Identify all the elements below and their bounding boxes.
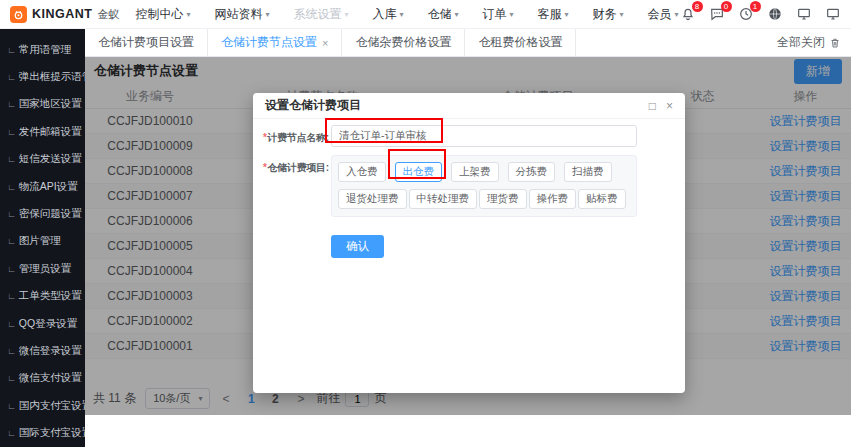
sidebar-item[interactable]: ∟ 物流API设置	[0, 173, 85, 200]
chevron-down-icon: ▾	[510, 10, 514, 19]
main-menu: 控制中心 ▾ 网站资料 ▾ 系统设置 ▾ 入库 ▾ 仓储 ▾ 订单 ▾ 客服 ▾…	[135, 6, 678, 23]
chevron-down-icon: ▾	[344, 10, 348, 19]
tree-branch-icon: ∟	[7, 209, 16, 219]
globe-icon[interactable]	[766, 5, 784, 23]
menu-item[interactable]: 客服 ▾	[538, 6, 569, 23]
fee-project-row: *仓储计费项目: 入仓费出仓费上架费分拣费扫描费 退货处理费中转处理费理货费操作…	[263, 155, 675, 217]
confirm-button[interactable]: 确认	[331, 235, 384, 258]
fee-row-2: 退货处理费中转处理费理货费操作费贴标费	[338, 189, 636, 209]
maximize-icon[interactable]: □	[649, 100, 656, 112]
tab-misc-fee-prices[interactable]: 仓储杂费价格设置	[342, 29, 465, 56]
monitor-icon-2[interactable]	[824, 5, 842, 23]
tree-branch-icon: ∟	[7, 346, 16, 356]
sidebar-item[interactable]: ∟ 发件邮箱设置	[0, 118, 85, 145]
chevron-down-icon: ▾	[620, 10, 624, 19]
sidebar-item[interactable]: ∟ 国际支付宝设置	[0, 419, 85, 446]
fee-type-button[interactable]: 上架费	[451, 162, 499, 182]
sidebar-item[interactable]: ∟ 微信支付设置	[0, 365, 85, 392]
set-fee-items-dialog: 设置仓储计费项目 □ × *计费节点名称: *仓储计费项目: 入仓费出仓费上架费…	[253, 93, 685, 393]
brand-name: KINGANT	[32, 7, 92, 21]
fee-type-button[interactable]: 入仓费	[338, 162, 386, 182]
close-all-tabs-button[interactable]: 全部关闭	[777, 29, 851, 56]
dialog-header: 设置仓储计费项目 □ ×	[253, 93, 685, 119]
dialog-body: *计费节点名称: *仓储计费项目: 入仓费出仓费上架费分拣费扫描费 退货处理费中…	[253, 119, 685, 264]
tree-branch-icon: ∟	[7, 72, 16, 82]
menu-item[interactable]: 会员 ▾	[648, 6, 679, 23]
sidebar-item[interactable]: ∟ 国内支付宝设置	[0, 392, 85, 419]
tree-branch-icon: ∟	[7, 154, 16, 164]
fee-type-button[interactable]: 退货处理费	[338, 189, 407, 209]
fee-type-button[interactable]: 扫描费	[564, 162, 612, 182]
fee-type-button[interactable]: 贴标费	[578, 189, 626, 209]
tree-branch-icon: ∟	[7, 291, 16, 301]
close-icon[interactable]: ×	[666, 100, 673, 112]
sidebar-item[interactable]: ∟ 国家地区设置	[0, 91, 85, 118]
tree-branch-icon: ∟	[7, 264, 16, 274]
menu-item[interactable]: 订单 ▾	[483, 6, 514, 23]
tree-branch-icon: ∟	[7, 99, 16, 109]
topbar-icons: 8 0 1 iadmin	[679, 2, 851, 27]
dialog-title: 设置仓储计费项目	[265, 97, 361, 114]
message-badge: 0	[721, 1, 732, 12]
monitor-icon[interactable]	[795, 5, 813, 23]
tree-branch-icon: ∟	[7, 45, 16, 55]
tab-storage-fee-nodes[interactable]: 仓储计费节点设置 ×	[208, 29, 342, 56]
sidebar-item[interactable]: ∟ QQ登录设置	[0, 310, 85, 337]
tree-branch-icon: ∟	[7, 236, 16, 246]
tab-close-icon[interactable]: ×	[322, 37, 328, 49]
menu-item[interactable]: 系统设置 ▾	[293, 6, 348, 23]
tree-branch-icon: ∟	[7, 182, 16, 192]
fee-type-button[interactable]: 出仓费	[395, 162, 443, 182]
menu-item[interactable]: 入库 ▾	[373, 6, 404, 23]
sidebar-item[interactable]: ∟ 密保问题设置	[0, 200, 85, 227]
fee-type-button[interactable]: 理货费	[479, 189, 527, 209]
fee-type-button[interactable]: 操作费	[529, 189, 577, 209]
required-star: *	[263, 162, 267, 173]
fee-row-1: 入仓费出仓费上架费分拣费扫描费	[338, 162, 636, 182]
sidebar-item[interactable]: ∟ 微信登录设置	[0, 337, 85, 364]
ant-logo-icon	[10, 6, 27, 23]
tab-storage-fee-items[interactable]: 仓储计费项目设置	[85, 29, 208, 56]
chevron-down-icon: ▾	[265, 10, 269, 19]
sidebar-item[interactable]: ∟ 短信发送设置	[0, 146, 85, 173]
menu-item[interactable]: 财务 ▾	[593, 6, 624, 23]
sidebar-item[interactable]: ∟ 常用语管理	[0, 36, 85, 63]
sidebar-item[interactable]: ∟ 管理员设置	[0, 255, 85, 282]
fee-type-button[interactable]: 中转处理费	[409, 189, 478, 209]
topbar: KINGANT 金蚁 控制中心 ▾ 网站资料 ▾ 系统设置 ▾ 入库 ▾ 仓储 …	[0, 0, 851, 29]
clock-icon[interactable]: 1	[737, 5, 755, 23]
message-bubble-icon[interactable]: 0	[708, 5, 726, 23]
tree-branch-icon: ∟	[7, 373, 16, 383]
clock-badge: 1	[750, 1, 761, 12]
tree-branch-icon: ∟	[7, 319, 16, 329]
fee-type-button[interactable]: 分拣费	[508, 162, 556, 182]
tab-rent-fee-prices[interactable]: 仓租费价格设置	[465, 29, 576, 56]
sidebar: ∟ 常用语管理 ∟ 弹出框提示语管理 ∟ 国家地区设置 ∟ 发件邮箱设置 ∟ 短…	[0, 29, 85, 447]
fee-buttons-panel: 入仓费出仓费上架费分拣费扫描费 退货处理费中转处理费理货费操作费贴标费	[331, 155, 637, 217]
menu-item[interactable]: 控制中心 ▾	[135, 6, 190, 23]
trash-icon	[829, 37, 841, 49]
required-star: *	[263, 132, 267, 143]
tree-branch-icon: ∟	[7, 127, 16, 137]
sidebar-item[interactable]: ∟ 弹出框提示语管理	[0, 63, 85, 90]
chevron-down-icon: ▾	[455, 10, 459, 19]
tree-branch-icon: ∟	[7, 428, 16, 438]
tabbar: 仓储计费项目设置 仓储计费节点设置 × 仓储杂费价格设置 仓租费价格设置 全部关…	[85, 29, 851, 57]
sidebar-item[interactable]: ∟ 工单类型设置	[0, 283, 85, 310]
chevron-down-icon: ▾	[186, 10, 190, 19]
menu-item[interactable]: 仓储 ▾	[428, 6, 459, 23]
sidebar-item[interactable]: ∟ 图片管理	[0, 228, 85, 255]
bell-badge: 8	[692, 1, 703, 12]
menu-item[interactable]: 网站资料 ▾	[214, 6, 269, 23]
brand-logo[interactable]: KINGANT 金蚁	[0, 6, 119, 23]
chevron-down-icon: ▾	[400, 10, 404, 19]
chevron-down-icon: ▾	[565, 10, 569, 19]
brand-suffix: 金蚁	[97, 7, 119, 22]
node-name-row: *计费节点名称:	[263, 125, 675, 147]
tree-branch-icon: ∟	[7, 401, 16, 411]
notification-bell-icon[interactable]: 8	[679, 5, 697, 23]
node-name-input[interactable]	[331, 125, 637, 147]
